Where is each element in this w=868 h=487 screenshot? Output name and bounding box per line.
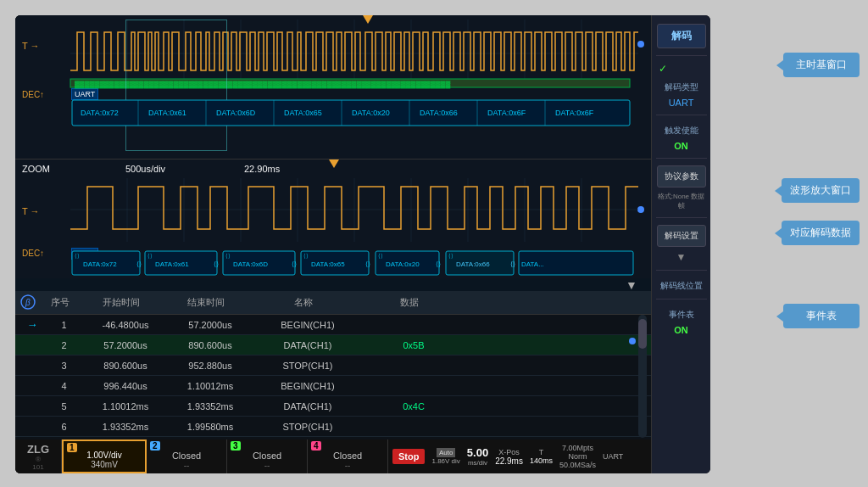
row-start: 1.10012ms (83, 401, 168, 411)
ch2-value: Closed (152, 451, 221, 461)
col-name-header: 名称 (248, 296, 359, 309)
table-row[interactable]: 4 996.440us 1.10012ms BEGIN(CH1) (15, 376, 651, 396)
table-row[interactable]: 2 57.2000us 890.600us DATA(CH1) 0x5B (15, 335, 651, 355)
event-table-area: β 序号 开始时间 结束时间 名称 数据 → 1 -46.4800us 57.2… (15, 291, 651, 439)
stop-button[interactable]: Stop (392, 449, 425, 464)
row-end: 57.2000us (168, 320, 253, 330)
svg-text:DATA:0x20: DATA:0x20 (352, 109, 390, 117)
table-row[interactable]: 5 1.10012ms 1.93352ms DATA(CH1) 0x4C (15, 396, 651, 417)
trigger-enable-value[interactable]: ON (674, 141, 688, 151)
channel-4-item[interactable]: 4 Closed -- (308, 439, 388, 473)
outer-container: T → DEC↑ UART (15, 15, 710, 473)
row-num: 6 (45, 422, 83, 432)
svg-text:DATA:0x20: DATA:0x20 (386, 260, 420, 268)
cursor-dot-overview (637, 41, 644, 48)
svg-text:⟨⟩: ⟨⟩ (225, 253, 231, 259)
decode-line-label: 解码线位置 (660, 280, 703, 292)
col-start-header: 开始时间 (79, 296, 164, 309)
svg-text:DATA:0x65: DATA:0x65 (311, 260, 345, 268)
zoom-label: ZOOM (22, 164, 50, 174)
svg-text:⟨⟩: ⟨⟩ (510, 260, 515, 268)
ch1-sub: 340mV (69, 460, 140, 469)
row-end: 1.93352ms (168, 401, 253, 411)
row-name: DATA(CH1) (253, 340, 363, 350)
xpos-value: 22.9ms (495, 456, 523, 466)
svg-text:⟨⟩: ⟨⟩ (292, 260, 297, 268)
decoder-overview-svg: DATA:0x72 DATA:0x61 DATA:0x6D DATA:0x65 … (70, 96, 638, 147)
svg-text:DATA:0x6F: DATA:0x6F (487, 109, 526, 117)
col-data-header: 数据 (359, 296, 460, 309)
svg-text:DATA:0x66: DATA:0x66 (420, 109, 458, 117)
sample-rate1: 7.00Mpts (562, 444, 593, 452)
event-table-label-panel: 事件表 (669, 309, 694, 321)
row-data: 0x5B (363, 340, 465, 350)
channel-3-item[interactable]: 3 Closed -- (227, 439, 308, 473)
sample-block: 7.00Mpts Norm 50.0MSa/s (559, 444, 596, 469)
timebase-value: 5.00 (467, 446, 488, 459)
voltage-div: 1.86V div (431, 457, 459, 465)
svg-text:⟨⟩: ⟨⟩ (448, 253, 453, 259)
channel-1-item[interactable]: 1 1.00V/div 340mV (62, 439, 147, 473)
row-num: 2 (45, 340, 83, 350)
protocol-params-btn[interactable]: 协议参数 (657, 165, 706, 188)
status-info-area: Stop Auto 1.86V div 5.00 ms/div X-Pos 22… (388, 439, 651, 473)
ch4-number: 4 (311, 441, 321, 451)
channel-bar: ZLG ® 101 1 1.00V/div 340mV 2 Closed -- … (15, 439, 651, 473)
dec-label-zoom: DEC↑ (22, 249, 44, 258)
row-end: 952.880us (168, 361, 253, 371)
row-name: STOP(CH1) (253, 422, 363, 432)
table-scrollbar[interactable] (638, 315, 647, 438)
table-scrollbar-thumb[interactable] (638, 319, 647, 349)
ch4-sub: -- (313, 461, 382, 470)
ch1-value: 1.00V/div (69, 451, 140, 460)
table-row[interactable]: 6 1.93352ms 1.99580ms STOP(CH1) (15, 417, 651, 437)
row-name: STOP(CH1) (253, 361, 363, 371)
row-num: 4 (45, 381, 83, 391)
svg-text:DATA:0x72: DATA:0x72 (83, 260, 117, 268)
zoom-timescale: 500us/div (125, 164, 165, 174)
table-row[interactable]: 3 890.600us 952.880us STOP(CH1) (15, 355, 651, 376)
panel-divider-6 (656, 299, 707, 299)
table-row[interactable]: → 1 -46.4800us 57.2000us BEGIN(CH1) (15, 315, 651, 335)
panel-divider-3 (656, 158, 707, 159)
svg-text:DATA:0x6D: DATA:0x6D (233, 260, 268, 268)
svg-text:β: β (25, 298, 31, 307)
svg-text:⟨⟩: ⟨⟩ (436, 260, 441, 268)
ch4-value: Closed (313, 451, 382, 461)
waveform-zoom-svg (70, 178, 638, 242)
zlg-logo: ZLG ® 101 (15, 439, 62, 473)
panel-divider-5 (656, 270, 707, 271)
svg-text:DATA:0x6D: DATA:0x6D (216, 109, 256, 117)
zoom-position: 22.90ms (244, 164, 280, 174)
row-end: 890.600us (168, 340, 253, 350)
svg-text:DATA:0x61: DATA:0x61 (155, 260, 189, 268)
ch1-number: 1 (67, 443, 77, 452)
auto-indicator: Auto 1.86V div (431, 448, 459, 465)
row-name: BEGIN(CH1) (253, 320, 363, 330)
channel-2-item[interactable]: 2 Closed -- (147, 439, 227, 473)
ch3-sub: -- (232, 461, 302, 470)
svg-text:⟨⟩: ⟨⟩ (303, 253, 309, 259)
decode-type-label: 解码类型 (665, 81, 698, 93)
event-table-value-panel[interactable]: ON (674, 325, 688, 335)
panel-divider-1 (656, 55, 707, 56)
panel-divider-2 (656, 115, 707, 115)
ch2-number: 2 (150, 441, 160, 451)
decode-type-value[interactable]: UART (669, 98, 694, 108)
trigger-enable-label: 触发使能 (665, 125, 698, 137)
svg-text:DATA:0x72: DATA:0x72 (81, 109, 119, 117)
decode-settings-btn[interactable]: 解码设置 (657, 225, 706, 247)
time-ms: 140ms (530, 456, 553, 465)
ch3-value: Closed (232, 451, 302, 461)
event-table-header: β 序号 开始时间 结束时间 名称 数据 (15, 291, 651, 315)
svg-text:⟨⟩: ⟨⟩ (147, 253, 153, 259)
format-label: 格式:None 数据帧 (652, 192, 710, 210)
svg-text:⟨⟩: ⟨⟩ (214, 260, 219, 268)
row-num: 1 (45, 320, 83, 330)
row-start: 57.2000us (83, 340, 168, 350)
col-num-header: 序号 (41, 296, 79, 309)
cursor-dot-zoom (637, 206, 644, 213)
decode-settings-bar: ▼ (15, 278, 651, 291)
uart-status-label: UART (603, 452, 623, 461)
t-label-zoom: T → (22, 206, 40, 216)
